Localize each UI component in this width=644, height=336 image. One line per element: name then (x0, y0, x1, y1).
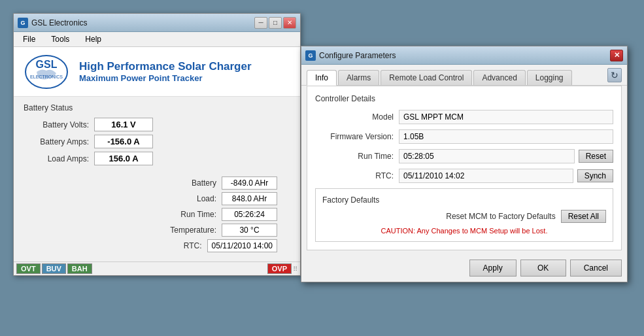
tab-logging[interactable]: Logging (527, 70, 572, 85)
load-amps-row: Load Amps: 156.0 A (24, 152, 290, 165)
logo-area: GSL ELECTRONICS High Performance Solar C… (14, 47, 300, 97)
logo-text: High Performance Solar Charger Maximum P… (79, 60, 252, 83)
rtc-row: RTC: 05/11/2010 14:02 Synch (315, 169, 613, 183)
battery-amps-row: Battery Amps: -156.0 A (24, 135, 290, 148)
load-ahr-value: 848.0 AHr (222, 192, 277, 205)
battery-ahr-label: Battery (158, 178, 216, 188)
rtc-row: RTC: 05/11/2010 14:00 (24, 239, 290, 252)
battery-amps-label: Battery Amps: (24, 137, 89, 146)
model-label: Model (315, 112, 394, 122)
battery-volts-row: Battery Volts: 16.1 V (24, 118, 290, 131)
temperature-row: Temperature: 30 °C (24, 224, 290, 237)
main-title-bar: G GSL Electronics ─ □ ✕ (14, 14, 300, 32)
maximize-button[interactable]: □ (269, 17, 282, 29)
rtc-dialog-label: RTC: (315, 171, 394, 180)
battery-status-label: Battery Status (24, 103, 290, 112)
menu-bar: File Tools Help (14, 32, 300, 47)
battery-ahr-row: Battery -849.0 AHr (24, 176, 290, 190)
ovt-badge: OVT (16, 263, 41, 274)
ok-button[interactable]: OK (520, 260, 566, 277)
run-time-row: Run Time: 05:26:24 (24, 208, 290, 221)
temperature-label: Temperature: (158, 226, 216, 235)
dialog-title-left: G Configure Parameters (305, 50, 396, 61)
status-section: Battery Status Battery Volts: 16.1 V Bat… (14, 97, 300, 261)
battery-ahr-value: -849.0 AHr (222, 176, 277, 190)
title-bar-left: G GSL Electronics (18, 18, 88, 28)
title-buttons: ─ □ ✕ (254, 17, 296, 29)
apply-button[interactable]: Apply (469, 260, 517, 277)
dialog-window: G Configure Parameters ✕ Info Alarms Rem… (301, 46, 628, 282)
load-ahr-row: Load: 848.0 AHr (24, 192, 290, 205)
app-icon: G (18, 18, 28, 28)
synch-button[interactable]: Synch (577, 169, 613, 182)
tab-advanced[interactable]: Advanced (473, 70, 525, 85)
battery-volts-value: 16.1 V (94, 118, 153, 131)
rtc-label: RTC: (143, 241, 202, 250)
factory-reset-row: Reset MCM to Factory Defaults Reset All (322, 210, 606, 223)
model-value: GSL MPPT MCM (399, 110, 613, 124)
rtc-dialog-value: 05/11/2010 14:02 (399, 169, 573, 183)
dialog-close-button[interactable]: ✕ (610, 50, 623, 61)
bah-badge: BAH (67, 263, 92, 274)
close-button[interactable]: ✕ (283, 17, 296, 29)
run-time-value: 05:26:24 (222, 208, 277, 221)
dialog-icon: G (305, 50, 316, 61)
file-menu[interactable]: File (19, 33, 39, 45)
reset-all-button[interactable]: Reset All (561, 210, 606, 223)
battery-amps-value: -156.0 A (94, 135, 153, 148)
rtc-value-container: 05/11/2010 14:02 Synch (399, 169, 613, 183)
logo-title: High Performance Solar Charger (79, 60, 252, 73)
run-time-label: Run Time: (158, 210, 216, 219)
logo: GSL ELECTRONICS (24, 54, 69, 90)
factory-defaults-title: Factory Defaults (322, 195, 606, 205)
dialog-buttons: Apply OK Cancel (301, 256, 627, 282)
runtime-value: 05:28:05 (399, 149, 575, 163)
main-window-title: GSL Electronics (31, 18, 88, 27)
ovp-badge: OVP (267, 263, 292, 274)
battery-volts-label: Battery Volts: (24, 120, 89, 129)
tab-remote-load[interactable]: Remote Load Control (381, 70, 472, 85)
caution-text: CAUTION: Any Changes to MCM Setup will b… (322, 227, 606, 235)
buv-badge: BUV (42, 263, 66, 274)
runtime-value-container: 05:28:05 Reset (399, 149, 613, 163)
dialog-title: Configure Parameters (319, 51, 396, 60)
firmware-row: Firmware Version: 1.05B (315, 129, 613, 144)
tabs-container: Info Alarms Remote Load Control Advanced… (301, 65, 627, 86)
cancel-button[interactable]: Cancel (570, 260, 622, 277)
status-bar: OVT BUV BAH OVP ⠿ (14, 261, 300, 275)
runtime-label: Run Time: (315, 152, 394, 161)
factory-reset-label: Reset MCM to Factory Defaults (322, 212, 556, 221)
help-menu[interactable]: Help (81, 33, 105, 45)
dialog-title-bar: G Configure Parameters ✕ (301, 46, 627, 65)
dialog-content: Controller Details Model GSL MPPT MCM Fi… (307, 86, 622, 250)
load-ahr-label: Load: (158, 194, 216, 203)
firmware-value: 1.05B (399, 129, 613, 144)
minimize-button[interactable]: ─ (254, 17, 267, 29)
model-row: Model GSL MPPT MCM (315, 110, 613, 124)
controller-details-section: Controller Details (315, 94, 613, 103)
load-amps-label: Load Amps: (24, 154, 89, 163)
tab-info[interactable]: Info (307, 70, 337, 86)
resize-grip: ⠿ (293, 265, 297, 273)
runtime-row: Run Time: 05:28:05 Reset (315, 149, 613, 163)
temperature-value: 30 °C (222, 224, 277, 237)
logo-subtitle: Maximum Power Point Tracker (79, 73, 252, 83)
rtc-value: 05/11/2010 14:00 (207, 239, 277, 252)
tools-menu[interactable]: Tools (47, 33, 73, 45)
load-amps-value: 156.0 A (94, 152, 153, 165)
reset-runtime-button[interactable]: Reset (579, 150, 613, 163)
svg-text:GSL: GSL (36, 59, 58, 70)
firmware-label: Firmware Version: (315, 132, 394, 141)
factory-defaults-section: Factory Defaults Reset MCM to Factory De… (315, 188, 613, 242)
main-window: G GSL Electronics ─ □ ✕ File Tools Help … (13, 13, 301, 276)
tab-alarms[interactable]: Alarms (338, 70, 379, 85)
refresh-button[interactable]: ↻ (607, 68, 622, 82)
